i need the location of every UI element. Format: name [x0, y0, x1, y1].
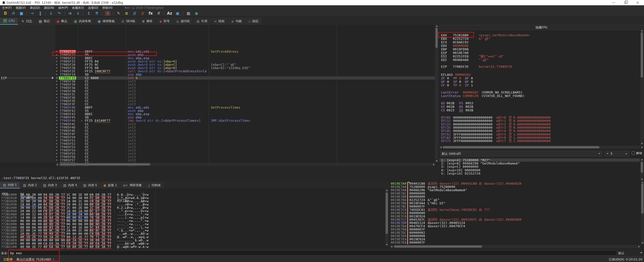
bp-dot[interactable]: [56, 93, 58, 95]
menu-帮助(H)[interactable]: 帮助(H): [100, 6, 115, 10]
tab-符号[interactable]: ◆符号: [156, 18, 173, 25]
menu-收藏夹(I)[interactable]: 收藏夹(I): [70, 6, 86, 10]
keyboard-icon[interactable]: ▣: [175, 11, 180, 16]
bp-dot[interactable]: [56, 149, 58, 151]
dump-vscrollbar-handle[interactable]: [386, 192, 388, 234]
snowman-icon[interactable]: #: [156, 11, 162, 16]
breakpoints-icon[interactable]: ≡: [124, 11, 129, 16]
memory-dump-panel[interactable]: ▤内存 1▤内存 2▤内存 3▤内存 4▤内存 5◉监视 1x=局部变量ʒ结构体…: [0, 181, 389, 248]
bp-dot[interactable]: [56, 57, 58, 59]
args-count-spinner[interactable]: 5: [604, 151, 629, 157]
disassembly-panel[interactable]: 77085F208BFFmov edi,ediGetProcAddress770…: [0, 25, 438, 166]
bp-dot[interactable]: [56, 84, 58, 85]
pause-icon[interactable]: ‖: [37, 11, 43, 16]
command-type-select[interactable]: 默认: [618, 251, 624, 255]
close-button[interactable]: ×: [636, 1, 639, 5]
bp-dot[interactable]: [56, 140, 58, 141]
text-size-icon[interactable]: Az: [167, 11, 172, 16]
bp-dot[interactable]: [56, 110, 58, 112]
tab-线程[interactable]: ≈线程: [211, 18, 228, 25]
stack-arg-row[interactable]: 5: [esp+14] 02252724: [439, 172, 640, 175]
menu-选项(O)[interactable]: 选项(O): [86, 6, 100, 10]
disasm-hscrollbar[interactable]: [56, 163, 435, 166]
menu-跟踪(N)[interactable]: 跟踪(N): [42, 6, 56, 10]
stack-row[interactable]: 0019E7A800466296"GetModuleBaseNameA": [390, 188, 644, 192]
dump-tab-内存 5[interactable]: ▤内存 5: [80, 182, 100, 188]
execute-till-return-icon[interactable]: ⇉: [67, 11, 73, 16]
step-out-icon[interactable]: ⇓: [75, 11, 81, 16]
bp-dot[interactable]: [56, 130, 58, 132]
bp-dot[interactable]: [56, 153, 58, 154]
breakpoint-dot[interactable]: [56, 51, 58, 52]
calling-convention-select[interactable]: 默认 (stdcall): [440, 151, 602, 157]
tab-跟踪[interactable]: ∴跟踪: [245, 18, 262, 25]
run-to-user-code-icon[interactable]: ↥: [86, 11, 92, 16]
disasm-vscrollbar[interactable]: [435, 25, 438, 162]
trace-record-icon[interactable]: S: [105, 11, 110, 16]
bp-dot[interactable]: [56, 74, 58, 75]
registers-hscrollbar[interactable]: [439, 146, 643, 149]
dump-row[interactable]: 772B110040 98 2E 7740 EA 3A 7750 A9 2D 7…: [0, 245, 385, 248]
stack-vscrollbar-handle[interactable]: [641, 183, 643, 214]
stack-row[interactable]: 0019E7C074EEDC81返回到 kernelbase.74EEDC81 …: [390, 208, 644, 211]
disasm-hscrollbar-handle[interactable]: [60, 163, 150, 166]
bp-dot[interactable]: [56, 120, 58, 121]
bp-dot[interactable]: [56, 87, 58, 89]
bp-dot[interactable]: [56, 116, 58, 118]
dump-tab-内存 4[interactable]: ▤内存 4: [60, 182, 80, 188]
menu-调试(D)[interactable]: 调试(D): [28, 6, 42, 10]
tab-断点[interactable]: ●断点: [53, 18, 71, 25]
command-input[interactable]: [8, 250, 617, 255]
args-vscrollbar-handle[interactable]: [641, 162, 643, 173]
bp-dot[interactable]: [56, 60, 58, 62]
stack-row[interactable]: 0019E7B80019E9A4L"Hei UI": [390, 202, 644, 205]
stack-row[interactable]: 0019E7D400470CF4daxxor(32).00470CF4: [390, 224, 644, 228]
tab-句柄[interactable]: ◈句柄: [228, 18, 245, 25]
dump-tab-结构体[interactable]: ʒ结构体: [145, 182, 164, 188]
stack-row[interactable]: 0019E7E000000000: [390, 234, 644, 238]
args-vscrollbar[interactable]: [640, 158, 643, 181]
menu-视图(V)[interactable]: 视图(V): [14, 6, 28, 10]
command-type-arrow-icon[interactable]: [640, 252, 642, 253]
dump-tab-内存 1[interactable]: ▤内存 1: [0, 182, 20, 188]
bp-dot[interactable]: [56, 126, 58, 128]
step-over-icon[interactable]: ↷: [56, 11, 62, 16]
dump-vscrollbar[interactable]: [385, 189, 388, 246]
menu-文件(F)[interactable]: 文件(F): [0, 6, 14, 10]
bp-dot[interactable]: [56, 67, 58, 69]
stack-hscrollbar-handle[interactable]: [394, 245, 482, 248]
tab-调用堆栈[interactable]: ▣调用堆栈: [94, 18, 118, 25]
stack-row[interactable]: 0019E7AC00000000: [390, 192, 644, 195]
stack-row[interactable]: 0019E7E40019E924: [390, 238, 644, 241]
patch-icon[interactable]: ✎: [116, 11, 121, 16]
memory-map-icon[interactable]: ∕∕: [132, 11, 137, 16]
stack-panel[interactable]: 0019E7A000401CB8返回到 daxxor(32).00401CB8 …: [390, 181, 644, 248]
bp-dot[interactable]: [56, 54, 58, 56]
stack-row[interactable]: 0019E7D80000007F: [390, 228, 644, 231]
bp-dot[interactable]: [56, 156, 58, 158]
bp-dot[interactable]: [56, 107, 58, 108]
stack-hscrollbar[interactable]: [390, 245, 640, 248]
bp-dot[interactable]: [56, 97, 58, 99]
tab-脚本[interactable]: ≣脚本: [139, 18, 156, 25]
bp-dot[interactable]: [56, 100, 58, 102]
bp-dot[interactable]: [56, 136, 58, 138]
dump-tab-内存 3[interactable]: ▤内存 3: [40, 182, 60, 188]
registers-panel[interactable]: 隐藏FPU EAX752816B0<psapi.GetModuleBaseNam…: [439, 25, 643, 181]
bp-dot[interactable]: [56, 64, 58, 66]
trace-into-icon[interactable]: ⇈: [94, 11, 100, 16]
tab-笔记[interactable]: ▤笔记: [35, 18, 53, 25]
dump-tab-监视 1[interactable]: ◉监视 1: [100, 182, 120, 188]
bp-dot[interactable]: [56, 159, 58, 161]
restart-icon[interactable]: ↺: [11, 11, 16, 16]
disasm-row[interactable]: 77085F46FF25 E4140F77▲jmp dword ptr ds:[…: [0, 119, 438, 122]
restore-button[interactable]: [624, 1, 627, 4]
patches-icon[interactable]: ∕∕: [140, 11, 145, 16]
stack-arg-row[interactable]: 3: [esp+C] 00000000: [439, 165, 640, 168]
tab-内存布局[interactable]: ▦内存布局: [71, 18, 94, 25]
bp-dot[interactable]: [56, 146, 58, 148]
tab-CPU[interactable]: 32CPU: [0, 18, 18, 25]
stack-row[interactable]: 0019E7E80000007F: [390, 241, 644, 244]
bp-dot[interactable]: [56, 123, 58, 125]
bp-dot[interactable]: [56, 143, 58, 145]
